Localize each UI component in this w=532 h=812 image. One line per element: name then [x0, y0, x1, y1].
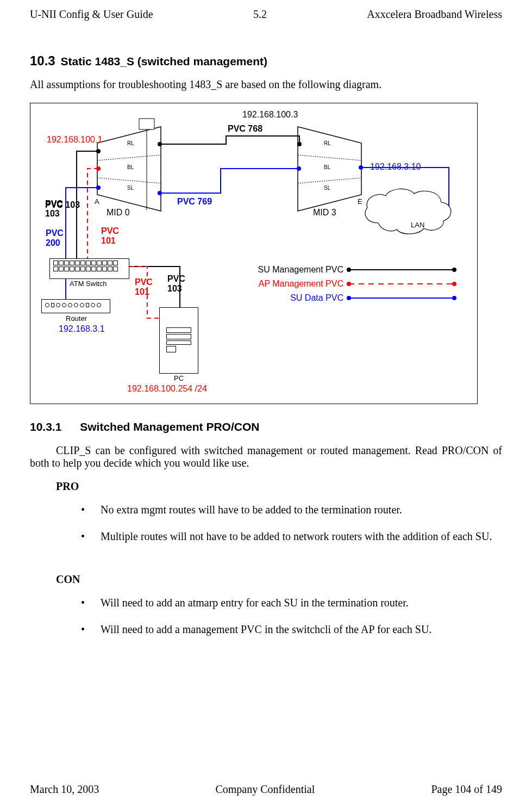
page-header: U-NII Config & User Guide 5.2 Axxcelera … [30, 8, 502, 21]
svg-point-14 [359, 165, 363, 170]
section-title: Static 1483_S (switched management) [61, 55, 267, 67]
diagram-lines [30, 103, 477, 404]
subsection-number: 10.3.1 [30, 420, 61, 433]
svg-rect-3 [139, 119, 154, 129]
pvc-200: PVC200 [46, 228, 64, 247]
svg-line-6 [298, 155, 361, 160]
subsection-title: Switched Management PRO/CON [80, 420, 259, 433]
svg-line-1 [97, 155, 161, 160]
page-footer: March 10, 2003 Company Confidential Page… [30, 783, 502, 796]
ip-ap: 192.168.100.1 [47, 135, 102, 145]
footer-center: Company Confidential [215, 783, 315, 796]
atm-switch-label: ATM Switch [70, 280, 107, 288]
pvc-103-b: PVC103 [167, 274, 185, 293]
su-bl: BL [324, 164, 330, 170]
pro-item: Multiple routes will not have to be adde… [30, 529, 502, 544]
mid-0: MID 0 [107, 208, 130, 218]
con-item: Will need to add a management PVC in the… [30, 622, 502, 637]
footer-left: March 10, 2003 [30, 783, 99, 796]
con-title: CON [56, 573, 502, 586]
con-list: Will need to add an atmarp entry for eac… [30, 596, 502, 637]
pvc-101-a: PVC101 [101, 226, 119, 245]
svg-point-15 [96, 185, 101, 190]
con-item: Will need to add an atmarp entry for eac… [30, 596, 502, 610]
ap-rl: RL [127, 140, 134, 146]
router-label: Router [66, 314, 87, 323]
pro-item: No extra mgmt routes will have to be add… [30, 503, 502, 517]
svg-line-7 [298, 178, 361, 183]
pc-tower [159, 307, 198, 374]
svg-point-8 [158, 142, 162, 146]
svg-point-19 [347, 268, 351, 272]
legend-su-mgmt: SU Management PVC [258, 265, 343, 275]
pvc-769: PVC 769 [177, 197, 212, 207]
header-center: 5.2 [253, 8, 267, 21]
section-heading: 10.3 Static 1483_S (switched management) [30, 53, 502, 69]
mid-3: MID 3 [313, 208, 336, 218]
pvc-101-b: PVC101 [135, 277, 153, 296]
svg-point-22 [347, 282, 351, 286]
label-a: A [95, 197, 99, 206]
svg-point-26 [452, 296, 456, 300]
svg-line-2 [97, 178, 161, 183]
legend-su-data: SU Data PVC [290, 293, 343, 303]
section-number: 10.3 [30, 53, 55, 68]
network-diagram: 192.168.100.3 192.168.100.1 PVC 768 PVC … [30, 103, 478, 404]
svg-point-23 [452, 282, 456, 286]
svg-point-10 [96, 149, 101, 153]
pro-title: PRO [56, 480, 502, 493]
svg-point-25 [347, 296, 351, 300]
atm-switch [49, 258, 129, 279]
label-e: E [358, 197, 362, 206]
ip-pc: 192.168.100.254 /24 [127, 384, 207, 394]
svg-point-9 [297, 142, 302, 146]
svg-point-13 [297, 166, 301, 171]
su-rl: RL [324, 140, 331, 146]
footer-right: Page 104 of 149 [431, 783, 502, 796]
section-intro: All assumptions for troubleshooting 1483… [30, 78, 502, 91]
pvc-103-a-v: PVC103 [45, 199, 63, 218]
ip-router: 192.168.3.1 [59, 324, 105, 334]
svg-point-12 [158, 191, 162, 195]
subsection-heading: 10.3.1 Switched Management PRO/CON [30, 420, 502, 433]
svg-point-20 [452, 268, 456, 272]
header-right: Axxcelera Broadband Wireless [367, 8, 502, 21]
header-left: U-NII Config & User Guide [30, 8, 153, 21]
ip-su: 192.168.100.3 [242, 110, 298, 120]
pvc-768: PVC 768 [228, 124, 262, 134]
ip-lan: 192.168.3.10 [370, 162, 421, 172]
pc-label: PC [174, 374, 184, 382]
svg-point-16 [96, 166, 101, 171]
su-sl: SL [324, 185, 330, 191]
legend-ap-mgmt: AP Management PVC [259, 279, 343, 289]
ap-sl: SL [127, 185, 134, 191]
lan-label: LAN [411, 221, 424, 229]
ap-bl: BL [127, 164, 134, 170]
pro-list: No extra mgmt routes will have to be add… [30, 503, 502, 544]
router [41, 299, 110, 313]
subsection-intro: CLIP_S can be configured with switched m… [30, 444, 502, 469]
